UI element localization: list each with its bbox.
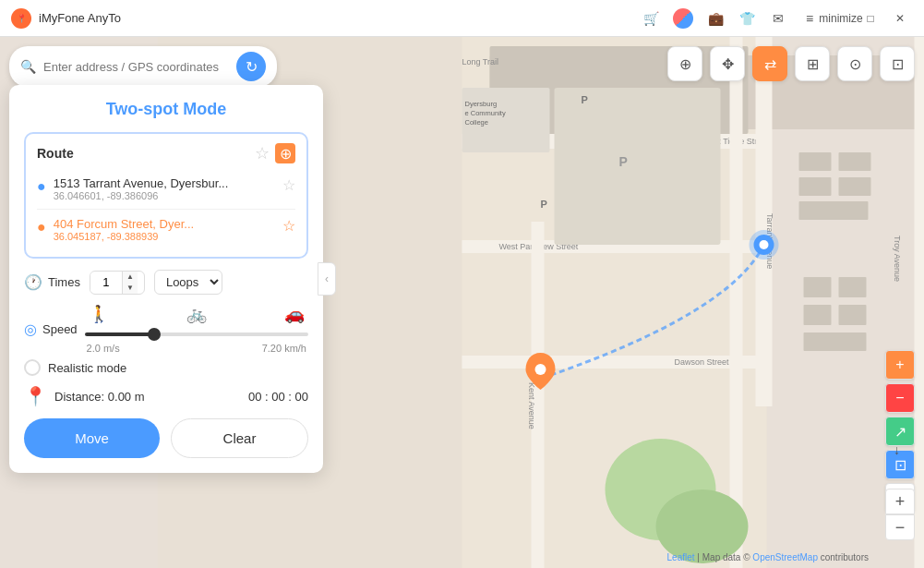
leaflet-link[interactable]: Leaflet [667, 552, 695, 562]
times-spinners: ▲ ▼ [122, 272, 138, 294]
map-attribution: Leaflet | Map data © OpenStreetMap contr… [667, 552, 869, 562]
times-up-button[interactable]: ▲ [123, 272, 138, 283]
svg-rect-31 [804, 305, 832, 325]
speed-slider[interactable] [85, 332, 308, 336]
end-star-button[interactable]: ☆ [282, 217, 295, 235]
svg-rect-28 [799, 201, 869, 220]
speed-label: ◎ Speed [24, 320, 78, 338]
speed-value-row: 2.0 m/s 7.20 km/h [85, 343, 308, 354]
search-icon: 🔍 [20, 59, 36, 74]
svg-rect-33 [804, 332, 867, 351]
speed-max-value: 7.20 km/h [262, 343, 306, 354]
realistic-mode-checkbox[interactable] [24, 359, 41, 376]
route-box: Route ☆ ⊕ ● 1513 Tarrant Avenue, Dyersbu… [24, 132, 308, 259]
time-text: 00 : 00 : 00 [248, 390, 308, 404]
speed-row: ◎ Speed 🚶 🚲 🚗 2.0 m/s 7.20 km/h [24, 304, 308, 354]
svg-rect-30 [839, 277, 867, 297]
loops-select[interactable]: Loops Times [154, 270, 222, 295]
svg-text:Troy Avenue: Troy Avenue [893, 236, 902, 282]
screenshot-button[interactable]: ⊡ [880, 46, 915, 81]
search-input[interactable] [43, 60, 229, 74]
minimize-button[interactable]: minimize [828, 6, 854, 31]
share-button[interactable]: ↗ [885, 417, 915, 446]
start-point-coords: 36.046601, -89.386096 [54, 190, 275, 201]
toggle-button[interactable]: ⊡ [885, 450, 915, 479]
distance-text: Distance: 0.00 m [54, 390, 241, 404]
clock-icon: 🕐 [24, 273, 42, 291]
route-add-icon[interactable]: ⊕ [275, 143, 295, 163]
times-input-wrap: ▲ ▼ [90, 271, 145, 295]
collapse-panel-button[interactable]: ‹ [318, 262, 336, 296]
speed-icon: ◎ [24, 320, 37, 338]
svg-point-46 [535, 364, 546, 375]
speed-icons-row: 🚶 🚲 🚗 [85, 304, 308, 324]
action-buttons: Move Clear [24, 418, 308, 458]
times-input[interactable] [90, 272, 122, 292]
times-down-button[interactable]: ▼ [123, 283, 138, 294]
svg-text:College: College [465, 118, 488, 127]
start-point-icon: ● [37, 178, 46, 195]
end-point-icon: ● [37, 219, 46, 236]
shirt-icon[interactable]: 👕 [738, 9, 756, 28]
user-avatar-icon[interactable] [673, 8, 693, 29]
map-toolbar: ⊕ ✥ ⇄ ⊞ ⊙ ⊡ [667, 46, 915, 81]
clear-button[interactable]: Clear [171, 418, 308, 458]
maximize-button[interactable]: □ [858, 6, 883, 31]
osm-link[interactable]: OpenStreetMap [752, 552, 818, 562]
title-bar: 📍 iMyFone AnyTo 🛒 💼 👕 ✉ ≡ minimize □ ✕ [0, 0, 924, 37]
zoom-out-button[interactable]: − [885, 514, 915, 540]
svg-rect-29 [804, 277, 832, 297]
times-row: 🕐 Times ▲ ▼ Loops Times [24, 270, 308, 295]
window-controls: minimize □ ✕ [828, 6, 913, 31]
search-refresh-button[interactable]: ↻ [236, 52, 266, 81]
move-mode-button[interactable]: ✥ [710, 46, 745, 81]
svg-text:Long Trail: Long Trail [462, 57, 499, 66]
car-icon[interactable]: 🚗 [284, 304, 305, 324]
svg-rect-25 [839, 152, 871, 171]
svg-text:P: P [541, 199, 547, 210]
briefcase-icon[interactable]: 💼 [706, 9, 725, 28]
menu-icon[interactable]: ≡ [800, 9, 819, 28]
panel-title: Two-spot Mode [24, 100, 308, 119]
search-bar: 🔍 ↻ [9, 46, 277, 87]
route-point-end: ● 404 Forcum Street, Dyer... 36.045187, … [37, 211, 295, 248]
svg-rect-32 [839, 305, 867, 325]
multi-route-button[interactable]: ⊞ [795, 46, 830, 81]
zoom-controls: + − [885, 489, 915, 540]
realistic-mode-label: Realistic mode [48, 361, 126, 375]
zoom-in-button[interactable]: + [885, 489, 915, 514]
svg-point-44 [760, 240, 769, 249]
end-point-coords: 36.045187, -89.388939 [54, 231, 275, 242]
shopping-cart-icon[interactable]: 🛒 [642, 9, 660, 28]
end-point-name: 404 Forcum Street, Dyer... [54, 217, 275, 231]
route-point-start: ● 1513 Tarrant Avenue, Dyersbur... 36.04… [37, 171, 295, 207]
walk-icon[interactable]: 🚶 [89, 304, 109, 324]
main-layout: West Tickle Street West Parkview Street … [0, 37, 924, 568]
realistic-mode-row: Realistic mode [24, 359, 308, 376]
distance-row: 📍 Distance: 0.00 m 00 : 00 : 00 [24, 385, 308, 407]
svg-text:e Community: e Community [465, 109, 506, 117]
move-button[interactable]: Move [24, 418, 160, 458]
start-star-button[interactable]: ☆ [282, 176, 295, 194]
distance-icon: 📍 [24, 385, 47, 407]
route-header: Route ☆ ⊕ [37, 143, 295, 163]
titlebar-icons: 🛒 💼 👕 ✉ ≡ [642, 8, 819, 29]
svg-text:P: P [619, 154, 628, 169]
bike-icon[interactable]: 🚲 [186, 304, 207, 324]
person-mode-button[interactable]: ⊙ [837, 46, 872, 81]
svg-text:Kent Avenue: Kent Avenue [527, 382, 536, 429]
svg-rect-24 [799, 152, 832, 171]
crosshair-button[interactable]: ⊕ [667, 46, 702, 81]
route-header-icons: ☆ ⊕ [255, 143, 295, 163]
remove-marker-button[interactable]: − [885, 383, 915, 413]
add-marker-button[interactable]: + [885, 350, 915, 380]
close-button[interactable]: ✕ [887, 6, 913, 31]
map-area[interactable]: West Tickle Street West Parkview Street … [0, 37, 924, 568]
app-title: iMyFone AnyTo [39, 11, 642, 25]
svg-text:Dawson Street: Dawson Street [675, 357, 730, 367]
start-point-text: 1513 Tarrant Avenue, Dyersbur... 36.0466… [54, 176, 275, 201]
mail-icon[interactable]: ✉ [769, 9, 787, 28]
route-mode-button[interactable]: ⇄ [752, 46, 787, 81]
speed-slider-wrap [85, 326, 308, 343]
route-star-icon[interactable]: ☆ [255, 143, 270, 163]
